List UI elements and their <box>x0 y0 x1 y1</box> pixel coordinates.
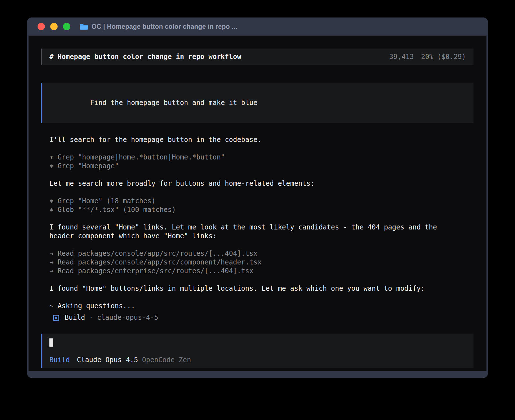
conversation: I'll search for the homepage button in t… <box>49 135 473 310</box>
window-title: OC | Homepage button color change in rep… <box>91 23 237 30</box>
prompt-empty-row <box>49 347 466 356</box>
provider-label: OpenCode Zen <box>142 356 191 364</box>
session-cost: ($0.29) <box>437 53 466 61</box>
assistant-text-line: I'll search for the homepage button in t… <box>49 135 473 144</box>
assistant-text: ~ Asking questions... <box>49 302 473 310</box>
assistant-text-line: I found "Home" buttons/links in multiple… <box>49 284 473 293</box>
close-button[interactable] <box>38 23 45 30</box>
assistant-text-line: I found several "Home" links. Let me loo… <box>49 223 473 232</box>
prompt-meta-row: Build Claude Opus 4.5 OpenCode Zen <box>49 356 466 364</box>
window-controls <box>38 23 70 30</box>
assistant-text: I found several "Home" links. Let me loo… <box>49 223 473 240</box>
token-count: 39,413 <box>389 53 414 61</box>
session-stats: 39,413 20% ($0.29) <box>389 53 466 61</box>
user-message: Find the homepage button and make it blu… <box>41 83 473 123</box>
tool-call-group: → Read packages/console/app/src/routes/[… <box>49 249 473 275</box>
session-title: # Homepage button color change in repo w… <box>49 53 241 61</box>
tool-call-line: → Read packages/enterprise/src/routes/[.… <box>49 267 473 275</box>
build-agent-icon <box>53 315 59 321</box>
terminal-body: # Homepage button color change in repo w… <box>29 36 486 371</box>
model-label[interactable]: Claude Opus 4.5 <box>77 356 138 364</box>
assistant-text: Let me search more broadly for buttons a… <box>49 179 473 188</box>
tool-call-line: ∗ Grep "Homepage" <box>49 162 473 170</box>
agent-mode-label[interactable]: Build <box>49 356 70 364</box>
context-percent: 20% <box>421 53 433 61</box>
tool-call-line: → Read packages/console/app/src/routes/[… <box>49 249 473 258</box>
prompt-input[interactable]: Build Claude Opus 4.5 OpenCode Zen <box>41 334 473 368</box>
tool-call-line: ∗ Grep "homepage|home.*button|Home.*butt… <box>49 153 473 162</box>
tool-call-line: → Read packages/console/app/src/componen… <box>49 258 473 267</box>
desktop-background: OC | Homepage button color change in rep… <box>0 0 515 420</box>
text-cursor <box>49 338 53 347</box>
tool-call-line: ∗ Grep "Home" (18 matches) <box>49 197 473 205</box>
agent-status-line: Build · claude-opus-4-5 <box>53 313 473 322</box>
assistant-text-line: header component which have "Home" links… <box>49 232 473 240</box>
assistant-text: I found "Home" buttons/links in multiple… <box>49 284 473 293</box>
window-titlebar[interactable]: OC | Homepage button color change in rep… <box>29 18 486 36</box>
agent-name-label: Build <box>65 313 85 322</box>
session-header: # Homepage button color change in repo w… <box>41 49 473 65</box>
tool-call-group: ∗ Grep "Home" (18 matches)∗ Glob "**/*.t… <box>49 197 473 214</box>
dot-separator: · <box>89 313 93 322</box>
assistant-text: I'll search for the homepage button in t… <box>49 135 473 144</box>
assistant-text-line: ~ Asking questions... <box>49 302 473 310</box>
assistant-text-line: Let me search more broadly for buttons a… <box>49 179 473 188</box>
prompt-text-row[interactable] <box>49 338 466 347</box>
tool-call-group: ∗ Grep "homepage|home.*button|Home.*butt… <box>49 153 473 170</box>
folder-icon <box>80 23 88 30</box>
minimize-button[interactable] <box>50 23 58 30</box>
user-message-text: Find the homepage button and make it blu… <box>90 99 258 107</box>
zoom-button[interactable] <box>63 23 70 30</box>
terminal-window: OC | Homepage button color change in rep… <box>27 18 488 378</box>
tool-call-line: ∗ Glob "**/*.tsx" (100 matches) <box>49 205 473 214</box>
agent-model-label: claude-opus-4-5 <box>97 313 158 322</box>
